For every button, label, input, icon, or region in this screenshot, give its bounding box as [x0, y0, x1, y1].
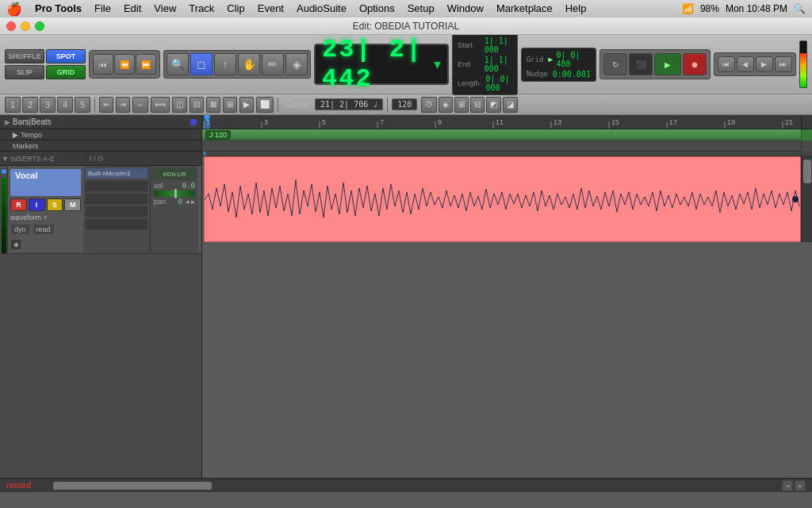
play-btn[interactable]: ▶: [654, 53, 681, 75]
metronome-btn[interactable]: ⏱: [421, 97, 437, 113]
scroll-left-btn[interactable]: ◂: [782, 480, 793, 491]
cursor-display: 21| 2| 706 ♩: [315, 98, 383, 110]
scroll-arrows: ◂ ▸: [782, 480, 806, 491]
tempo-left[interactable]: ▶ Tempo: [0, 129, 202, 140]
horizontal-scrollbar[interactable]: [37, 480, 776, 491]
edit-btn-10[interactable]: ⬜: [256, 97, 274, 113]
pre-btn[interactable]: ◪: [503, 97, 518, 113]
main-edit-area: ▶ Bars|Beats 1 3 5 7: [0, 115, 812, 478]
search-icon[interactable]: 🔍: [794, 3, 806, 14]
close-button[interactable]: [6, 21, 16, 31]
hand-tool-btn[interactable]: ✋: [238, 53, 260, 75]
minimize-button[interactable]: [21, 21, 30, 31]
frame-back-btn[interactable]: ◀: [737, 56, 754, 72]
audio-region[interactable]: [204, 156, 801, 242]
region-end-handle[interactable]: [792, 196, 799, 202]
stop-btn[interactable]: ⬛: [629, 53, 653, 75]
playhead: [204, 152, 205, 156]
edit-btn-2[interactable]: ⇒: [116, 97, 130, 113]
smart-tool-btn[interactable]: ◈: [285, 53, 308, 75]
num-btn-5[interactable]: 5: [75, 97, 90, 113]
edit-btn-7[interactable]: ⊠: [206, 97, 220, 113]
wifi-icon: 📶: [682, 3, 694, 14]
menu-audiosuite[interactable]: AudioSuite: [290, 0, 353, 17]
loop-btn[interactable]: ↻: [603, 53, 627, 75]
scroll-right-btn[interactable]: ▸: [795, 480, 806, 491]
menu-view[interactable]: View: [147, 0, 182, 17]
h-scroll-thumb[interactable]: [53, 482, 212, 490]
maximize-button[interactable]: [35, 21, 44, 31]
slip-mode-btn[interactable]: SLIP: [5, 65, 44, 79]
grid-mode-btn[interactable]: GRID: [46, 65, 86, 79]
io-output-slot[interactable]: MON L/R: [152, 167, 197, 180]
spot-mode-btn[interactable]: SPOT: [46, 49, 86, 64]
track-input-btn[interactable]: I: [29, 198, 45, 211]
insert-slot-3[interactable]: [85, 193, 148, 205]
svg-text:3: 3: [264, 118, 268, 126]
edit-btn-6[interactable]: ⊡: [190, 97, 204, 113]
edit-btn-8[interactable]: ⊞: [223, 97, 237, 113]
track-mute-btn[interactable]: M: [64, 198, 81, 211]
menu-setup[interactable]: Setup: [401, 0, 441, 17]
menu-help[interactable]: Help: [559, 0, 593, 17]
num-btn-3[interactable]: 3: [40, 97, 56, 113]
edit-btn-9[interactable]: ▶: [239, 97, 254, 113]
half-speed-btn[interactable]: ⏮: [718, 56, 735, 72]
track-expand-btn[interactable]: ⊕: [10, 239, 21, 250]
insert-slot-1[interactable]: Built-nMcrphn1: [85, 167, 148, 179]
num-btn-4[interactable]: 4: [57, 97, 73, 113]
menu-event[interactable]: Event: [251, 0, 290, 17]
mini-toggle[interactable]: ▼: [0, 155, 8, 163]
back-btn[interactable]: ⏪: [114, 54, 135, 75]
collapse-icon[interactable]: ▶: [5, 118, 10, 126]
insert-slot-2[interactable]: [85, 180, 148, 192]
frame-fwd-btn[interactable]: ▶: [756, 56, 773, 72]
menu-protools[interactable]: Pro Tools: [29, 0, 88, 17]
vol-fader[interactable]: [154, 190, 195, 197]
shuffle-mode-btn[interactable]: SHUFFLE: [5, 49, 44, 64]
track-indicator-strip: [0, 166, 8, 253]
edit-btn-3[interactable]: ↔: [132, 97, 148, 113]
v-scroll-thumb[interactable]: [803, 160, 811, 183]
zoom-tool-btn[interactable]: 🔍: [167, 53, 189, 75]
forward-btn[interactable]: ⏩: [136, 54, 156, 75]
rewind-to-start-btn[interactable]: ⏮: [93, 54, 113, 75]
menu-options[interactable]: Options: [353, 0, 401, 17]
follow-btn[interactable]: ◈: [439, 97, 453, 113]
num-btn-2[interactable]: 2: [22, 97, 38, 113]
snap-btn[interactable]: ◩: [486, 97, 501, 113]
record-btn[interactable]: ⏺: [683, 53, 707, 75]
link-btn[interactable]: ⊞: [454, 97, 469, 113]
apple-menu-icon[interactable]: 🍎: [6, 2, 22, 17]
pencil-tool-btn[interactable]: ✏: [262, 53, 284, 75]
window-title: Edit: OBEDIA TUTORIAL: [353, 21, 459, 32]
end-btn[interactable]: ⏭: [775, 56, 792, 72]
menu-marketplace[interactable]: Marketplace: [490, 0, 559, 17]
vertical-scrollbar[interactable]: [801, 156, 812, 242]
insert-slot-5[interactable]: [85, 218, 148, 230]
edit-btn-5[interactable]: ◫: [172, 97, 187, 113]
selection-tool-btn[interactable]: ◻: [190, 53, 213, 75]
menu-edit[interactable]: Edit: [117, 0, 147, 17]
grab-tool-btn[interactable]: ↑: [214, 53, 236, 75]
read-btn[interactable]: read: [33, 224, 55, 235]
svg-text:5: 5: [322, 118, 326, 126]
ruler-svg: 1 3 5 7 9 11 13 15 17 19 21: [202, 115, 801, 129]
edit-btn-4[interactable]: ⟺: [151, 97, 170, 113]
grid-value: 0| 0| 480: [556, 51, 591, 68]
waveform-dropdown-icon[interactable]: ▾: [44, 214, 48, 221]
dyn-btn[interactable]: dyn: [10, 224, 30, 235]
insert-slot-4[interactable]: [85, 206, 148, 217]
track-solo-btn[interactable]: S: [47, 198, 63, 211]
edit-btn-1[interactable]: ⇐: [99, 97, 113, 113]
markers-left[interactable]: Markers: [0, 140, 202, 152]
menu-file[interactable]: File: [88, 0, 117, 17]
num-btn-1[interactable]: 1: [5, 97, 21, 113]
menu-track[interactable]: Track: [182, 0, 220, 17]
track-record-btn[interactable]: R: [10, 198, 27, 211]
markers-row: Markers: [0, 140, 812, 152]
grid-btn[interactable]: ⊟: [470, 97, 485, 113]
menu-clip[interactable]: Clip: [220, 0, 251, 17]
ruler-scroll-corner: [801, 115, 812, 129]
menu-window[interactable]: Window: [441, 0, 490, 17]
